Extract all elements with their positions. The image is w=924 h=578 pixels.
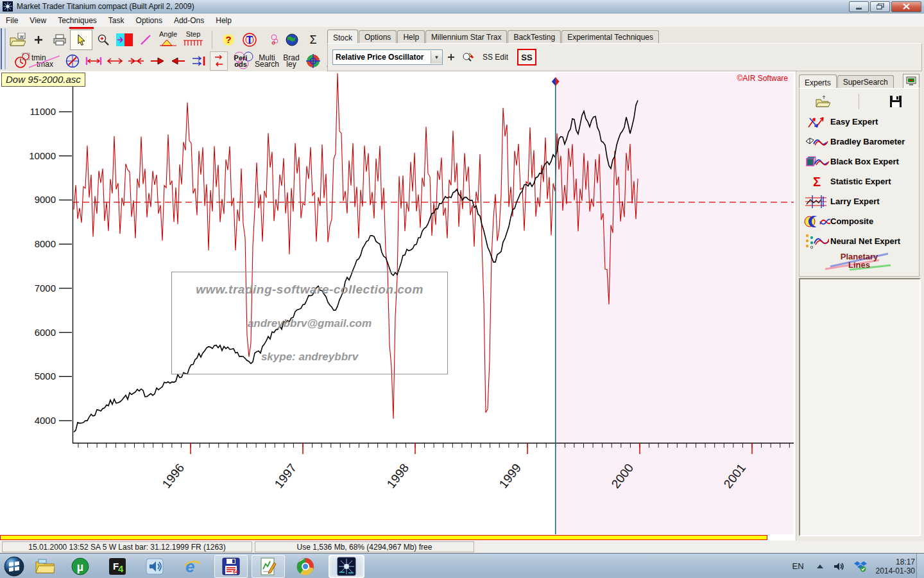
taskbar-fx-app-button[interactable]: F4	[99, 556, 136, 577]
svg-text:9000: 9000	[35, 194, 56, 205]
chart-file-label[interactable]: Dow 95-2000.asc	[1, 73, 85, 87]
chart-area[interactable]: 4000500060007000800090001000011000199619…	[0, 71, 796, 541]
bradley-button[interactable]: Brad ley	[280, 51, 302, 71]
scroll-left-button[interactable]	[167, 51, 189, 71]
tab-options[interactable]: Options	[359, 30, 397, 43]
expert-item-planetary-lines[interactable]: Planetary Lines	[800, 252, 919, 269]
internet-explorer-icon: e	[183, 557, 202, 575]
taskbar-utorrent-button[interactable]: µ	[62, 556, 99, 577]
svg-text:µ: µ	[77, 561, 83, 574]
svg-text:6000: 6000	[35, 327, 56, 338]
oscillator-select[interactable]: Relative Price Oscillator ▼	[332, 49, 443, 65]
step-tool-button[interactable]: Step	[180, 30, 206, 49]
zoom-tool-button[interactable]	[92, 30, 114, 49]
taskbar-ie-button[interactable]: e	[173, 556, 212, 577]
expand-range-button[interactable]	[104, 51, 125, 71]
close-button[interactable]	[891, 1, 921, 12]
print-button[interactable]	[49, 30, 70, 49]
pointer-tool-button[interactable]	[70, 30, 92, 50]
multi-search-button[interactable]: Multi Search	[253, 51, 280, 71]
ss-edit-label[interactable]: SS Edit	[483, 53, 508, 62]
scroll-right-button[interactable]	[146, 51, 167, 71]
tab-experts[interactable]: Experts	[799, 74, 837, 89]
watermark-url: www.trading-software-collection.com	[196, 283, 424, 297]
expert-item-easy[interactable]: Easy Expert	[800, 112, 919, 132]
block-zones-tool-button[interactable]	[114, 30, 135, 49]
menu-addons[interactable]: Add-Ons	[168, 14, 210, 27]
restore-button[interactable]	[870, 1, 890, 12]
expert-item-composite[interactable]: Composite	[800, 211, 919, 231]
menu-techniques[interactable]: Techniques	[52, 14, 103, 27]
tab-help[interactable]: Help	[397, 30, 425, 43]
save-expert-button[interactable]	[885, 92, 906, 111]
menu-file[interactable]: File	[0, 14, 24, 27]
globe-button[interactable]	[281, 30, 302, 49]
svg-text:64: 64	[233, 570, 238, 574]
toolbar-separator	[206, 31, 212, 49]
taskbar-chrome-button[interactable]	[287, 556, 323, 577]
expert-item-bradley[interactable]: Bradley Barometer	[800, 132, 919, 152]
sum-button[interactable]: Σ	[302, 30, 323, 49]
step-forward-back-buttons[interactable]	[210, 51, 228, 71]
show-hidden-icons-chevron[interactable]	[816, 563, 825, 570]
fit-range-button[interactable]	[83, 51, 104, 71]
menu-task[interactable]: Task	[103, 14, 130, 27]
show-desktop-button[interactable]	[916, 554, 924, 578]
larry-expert-icon	[803, 194, 830, 209]
svg-text:5000: 5000	[35, 371, 56, 381]
start-button[interactable]	[0, 556, 28, 577]
monitor-icon	[906, 76, 916, 86]
angle-tool-button[interactable]: Angle	[156, 30, 180, 49]
tray-volume-icon[interactable]	[834, 561, 845, 572]
combo-dropdown-arrow[interactable]: ▼	[431, 51, 442, 64]
compass-button[interactable]	[62, 51, 83, 71]
taskbar-floppy-app-button[interactable]: 64	[214, 555, 248, 578]
toolbar-grip[interactable]	[1, 28, 6, 69]
menu-help[interactable]: Help	[210, 14, 237, 27]
multi-search-label-2: Search	[255, 61, 279, 67]
expert-item-neural[interactable]: Neural Net Expert	[800, 231, 919, 251]
menu-view[interactable]: View	[24, 14, 52, 27]
line-tool-button[interactable]	[135, 30, 156, 49]
expert-item-larry[interactable]: Larry Expert	[800, 191, 919, 211]
tab-experimental-techniques[interactable]: Experimental Techniques	[561, 30, 659, 43]
text-tool-button[interactable]: T	[239, 30, 260, 49]
tab-supersearch[interactable]: SuperSearch	[837, 75, 894, 88]
taskbar-market-trader-button[interactable]	[329, 555, 364, 578]
tab-stock[interactable]: Stock	[327, 30, 358, 44]
menu-options[interactable]: Options	[130, 14, 168, 27]
ss-button[interactable]: SS	[517, 49, 536, 66]
edit-search-button[interactable]	[459, 48, 476, 67]
composite-icon	[803, 214, 830, 229]
svg-text:7000: 7000	[35, 283, 56, 293]
expert-item-statistic[interactable]: Σ Statistic Expert	[800, 171, 919, 191]
target-button[interactable]	[302, 51, 323, 71]
clock[interactable]: 18:17 2014-01-30	[876, 557, 915, 575]
help-tool-button[interactable]: ?	[218, 30, 239, 49]
tab-millennium-star-trax[interactable]: Millennium Star Trax	[425, 30, 507, 43]
expert-item-blackbox[interactable]: Black Box Expert	[800, 152, 919, 171]
add-button[interactable]	[28, 30, 49, 49]
w-badge: w	[19, 33, 24, 39]
system-tray: EN 18:17 2014-01-30	[792, 554, 915, 578]
toolbar: w Angle Step ? T Σ	[0, 27, 924, 73]
add-oscillator-button[interactable]	[443, 48, 459, 67]
contract-range-button[interactable]	[125, 51, 146, 71]
periods-button[interactable]: Peri ods	[228, 51, 253, 71]
dropbox-icon[interactable]	[854, 561, 867, 572]
angle-label: Angle	[159, 31, 177, 37]
go-to-end-button[interactable]	[189, 51, 210, 71]
open-file-button[interactable]: w	[6, 30, 28, 49]
step-label: Step	[183, 31, 203, 37]
minimize-button[interactable]	[849, 1, 869, 12]
menu-bar: File View Techniques Task Options Add-On…	[0, 13, 924, 28]
astro-cycles-button[interactable]	[260, 30, 281, 49]
language-indicator[interactable]: EN	[792, 561, 804, 571]
time-range-button[interactable]: tmin tmax	[6, 51, 62, 71]
tab-backtesting[interactable]: BackTesting	[508, 30, 561, 43]
load-expert-button[interactable]	[812, 92, 834, 111]
taskbar-volume-app-button[interactable]	[136, 556, 173, 577]
monitor-button[interactable]	[903, 74, 920, 89]
taskbar-explorer-button[interactable]	[28, 556, 62, 577]
taskbar-editor-app-button[interactable]	[252, 555, 285, 578]
